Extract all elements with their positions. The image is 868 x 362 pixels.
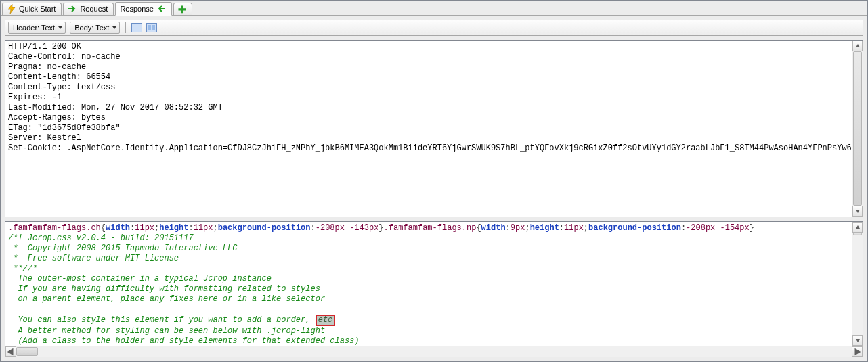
scroll-thumb[interactable]: [16, 347, 38, 356]
scroll-up-icon[interactable]: [852, 222, 863, 233]
tab-label: Request: [80, 5, 108, 13]
scroll-thumb[interactable]: [853, 51, 862, 206]
panes: HTTP/1.1 200 OK Cache-Control: no-cache …: [1, 40, 867, 361]
scroll-up-icon[interactable]: [852, 41, 863, 51]
scroll-thumb[interactable]: [853, 233, 862, 235]
scroll-right-icon[interactable]: [852, 346, 863, 357]
scrollbar-vertical[interactable]: [852, 222, 863, 346]
toolbar-wrap: Header: Text Body: Text: [1, 16, 867, 40]
arrow-left-icon: [156, 4, 166, 14]
tab-bar: Quick Start Request Response ✚: [1, 1, 867, 16]
scroll-track[interactable]: [16, 346, 852, 357]
arrow-right-icon: [68, 4, 77, 14]
svg-marker-2: [856, 210, 860, 213]
response-headers-text[interactable]: HTTP/1.1 200 OK Cache-Control: no-cache …: [5, 41, 852, 217]
tab-quick-start[interactable]: Quick Start: [2, 3, 62, 15]
response-panel: Quick Start Request Response ✚ Header: T…: [0, 0, 868, 362]
view-single-pane-button[interactable]: [131, 23, 142, 32]
toolbar-separator: [125, 22, 126, 33]
scroll-down-icon[interactable]: [852, 335, 863, 346]
response-body-pane: .famfamfam-flags.ch{width:11px;height:11…: [5, 221, 863, 357]
svg-marker-6: [855, 348, 861, 355]
svg-marker-0: [8, 4, 15, 14]
response-body-text[interactable]: .famfamfam-flags.ch{width:11px;height:11…: [5, 222, 852, 346]
scroll-track[interactable]: [852, 233, 863, 335]
tab-response[interactable]: Response: [115, 2, 172, 16]
svg-marker-3: [856, 225, 860, 229]
dropdown-label: Header: Text: [13, 24, 55, 32]
body-format-dropdown[interactable]: Body: Text: [70, 22, 120, 34]
scroll-down-icon[interactable]: [852, 206, 863, 217]
response-headers-pane: HTTP/1.1 200 OK Cache-Control: no-cache …: [5, 40, 863, 217]
plus-icon: ✚: [178, 5, 188, 14]
header-format-dropdown[interactable]: Header: Text: [8, 22, 66, 34]
scrollbar-vertical[interactable]: [852, 41, 863, 217]
tab-request[interactable]: Request: [63, 3, 114, 15]
lightning-icon: [7, 4, 16, 14]
svg-marker-1: [856, 44, 860, 47]
toolbar: Header: Text Body: Text: [5, 20, 863, 36]
scrollbar-horizontal[interactable]: [5, 346, 863, 357]
scroll-left-icon[interactable]: [5, 346, 16, 357]
svg-marker-4: [856, 339, 860, 342]
chevron-down-icon: [112, 26, 116, 29]
tab-add[interactable]: ✚: [173, 3, 192, 15]
tab-label: Response: [120, 5, 154, 13]
tab-label: Quick Start: [19, 5, 56, 13]
view-split-pane-button[interactable]: [146, 23, 157, 32]
scroll-track[interactable]: [852, 51, 863, 206]
svg-marker-5: [7, 348, 14, 355]
chevron-down-icon: [58, 26, 62, 29]
dropdown-label: Body: Text: [74, 24, 109, 32]
highlighted-text: etc: [316, 315, 336, 326]
